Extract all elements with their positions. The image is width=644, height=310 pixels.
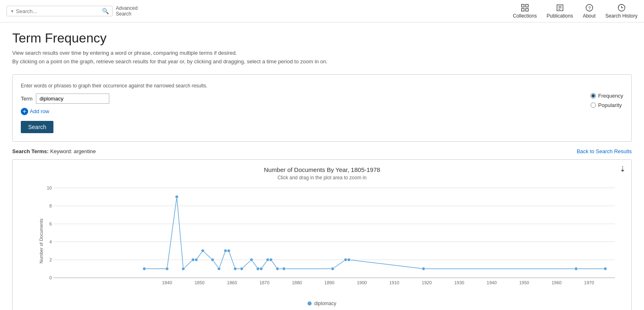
nav-search-history-label: Search History [605,13,637,19]
nav-about[interactable]: ? About [583,3,595,19]
form-right: Frequency Popularity [591,83,623,108]
form-top: Enter words or phrases to graph their oc… [21,83,623,133]
add-row-label: Add row [30,108,49,114]
svg-point-57 [331,267,334,270]
term-row: Term [21,94,578,104]
svg-text:1880: 1880 [292,280,302,285]
frequency-label: Frequency [598,93,623,99]
frequency-radio[interactable] [591,93,596,98]
legend-label: diplomacy [314,301,336,306]
search-terms-info: Search Terms: Keyword: argentine [12,148,96,154]
header-left: ▼ 🔍 Advanced Search [7,5,137,17]
term-label: Term [21,96,33,102]
nav-collections[interactable]: Collections [513,3,537,19]
page-title: Term Frequency [12,31,632,46]
main-content: Term Frequency View search results over … [0,22,644,310]
svg-text:8: 8 [49,203,52,208]
svg-point-58 [344,258,347,261]
popularity-label: Popularity [598,102,622,108]
header: ▼ 🔍 Advanced Search Collections [0,0,644,22]
keyword-value: argentine [74,148,96,154]
svg-point-59 [347,258,350,261]
keyword-label: Keyword: [50,148,72,154]
svg-point-61 [574,267,578,270]
svg-point-40 [181,267,185,270]
svg-text:0: 0 [49,275,52,280]
form-description: Enter words or phrases to graph their oc… [21,83,578,89]
svg-text:2: 2 [49,257,52,262]
y-axis-label: Number of Documents [39,219,44,263]
advanced-search-link[interactable]: Advanced Search [116,5,137,17]
svg-text:1960: 1960 [551,280,561,285]
svg-point-42 [195,258,198,261]
svg-point-54 [269,258,272,261]
chart-subtitle: Click and drag in the plot area to zoom … [17,175,627,181]
svg-text:1860: 1860 [227,280,237,285]
svg-text:?: ? [588,6,591,11]
svg-text:1890: 1890 [324,280,334,285]
svg-point-48 [234,267,237,270]
svg-text:1870: 1870 [259,280,269,285]
svg-text:1910: 1910 [389,280,399,285]
nav-publications[interactable]: Publications [547,3,573,19]
svg-point-62 [604,267,607,270]
svg-point-52 [259,267,263,270]
header-nav: Collections Publications ? About [513,3,637,19]
svg-point-47 [227,249,230,252]
term-input[interactable] [36,94,109,104]
legend-dot-icon [308,301,312,306]
svg-text:6: 6 [49,221,52,226]
svg-point-45 [217,267,221,270]
nav-search-history[interactable]: Search History [605,3,637,19]
search-bar: ▼ 🔍 [7,6,113,16]
svg-text:1850: 1850 [195,280,204,285]
svg-text:1970: 1970 [584,280,594,285]
svg-text:1950: 1950 [519,280,529,285]
svg-text:4: 4 [49,239,52,244]
svg-rect-3 [526,9,528,11]
search-icon[interactable]: 🔍 [102,8,109,14]
svg-rect-0 [522,4,524,7]
svg-text:1940: 1940 [487,280,496,285]
svg-point-41 [191,258,195,261]
svg-point-46 [224,249,227,252]
term-frequency-form: Enter words or phrases to graph their oc… [12,74,632,142]
add-row-icon: + [21,108,28,115]
search-terms-bar: Search Terms: Keyword: argentine Back to… [12,148,632,154]
chart-container: Number of Documents By Year, 1805-1978 C… [12,159,632,310]
svg-point-38 [166,267,169,270]
svg-text:10: 10 [47,185,52,190]
svg-point-60 [422,267,425,270]
dropdown-arrow-icon[interactable]: ▼ [10,9,14,13]
svg-point-39 [175,195,178,198]
chart-svg[interactable]: 0246810184018501860187018801890190019101… [37,184,623,298]
svg-point-51 [256,267,259,270]
page-description: View search results over time by enterin… [12,49,632,66]
frequency-radio-row: Frequency [591,93,623,99]
back-to-results-link[interactable]: Back to Search Results [577,148,632,154]
chart-legend: diplomacy [17,301,627,306]
popularity-radio-row: Popularity [591,102,623,108]
nav-collections-label: Collections [513,13,537,19]
svg-rect-1 [526,4,528,7]
svg-rect-2 [522,9,524,11]
svg-point-50 [250,258,253,261]
svg-point-43 [201,249,204,252]
nav-about-label: About [583,13,595,19]
form-left: Enter words or phrases to graph their oc… [21,83,578,133]
add-row-button[interactable]: + Add row [21,108,49,115]
svg-text:1920: 1920 [422,280,432,285]
svg-text:1930: 1930 [454,280,464,285]
svg-text:1900: 1900 [357,280,367,285]
search-input[interactable] [16,8,102,14]
svg-point-56 [282,267,285,270]
svg-point-53 [266,258,269,261]
popularity-radio[interactable] [591,103,596,108]
nav-publications-label: Publications [547,13,573,19]
svg-point-49 [240,267,243,270]
svg-point-37 [143,267,146,270]
chart-inner[interactable]: Number of Documents 02468101840185018601… [37,184,623,298]
svg-text:1840: 1840 [162,280,172,285]
search-button[interactable]: Search [21,121,53,133]
download-icon[interactable]: ⇣ [620,165,626,174]
